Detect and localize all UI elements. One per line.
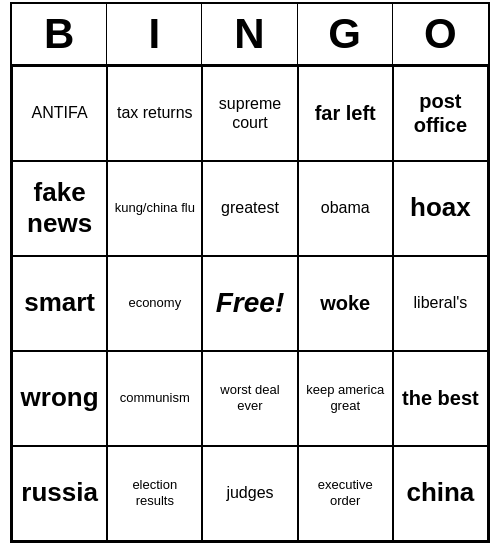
bingo-cell: hoax — [393, 161, 488, 256]
bingo-cell: russia — [12, 446, 107, 541]
cell-text: judges — [226, 483, 273, 502]
cell-text: fake news — [17, 177, 102, 239]
bingo-cell: economy — [107, 256, 202, 351]
bingo-cell: obama — [298, 161, 393, 256]
bingo-cell: executive order — [298, 446, 393, 541]
cell-text: communism — [120, 390, 190, 406]
bingo-cell: Free! — [202, 256, 297, 351]
cell-text: worst deal ever — [207, 382, 292, 413]
bingo-cell: far left — [298, 66, 393, 161]
bingo-header: BINGO — [12, 4, 488, 66]
bingo-cell: kung/china flu — [107, 161, 202, 256]
cell-text: keep america great — [303, 382, 388, 413]
cell-text: Free! — [216, 286, 284, 320]
bingo-cell: greatest — [202, 161, 297, 256]
bingo-cell: keep america great — [298, 351, 393, 446]
header-letter: O — [393, 4, 488, 64]
bingo-cell: wrong — [12, 351, 107, 446]
bingo-card: BINGO ANTIFAtax returnssupreme courtfar … — [10, 2, 490, 543]
bingo-cell: fake news — [12, 161, 107, 256]
cell-text: election results — [112, 477, 197, 508]
cell-text: economy — [128, 295, 181, 311]
bingo-cell: election results — [107, 446, 202, 541]
cell-text: russia — [21, 477, 98, 508]
bingo-cell: supreme court — [202, 66, 297, 161]
cell-text: post office — [398, 89, 483, 137]
cell-text: tax returns — [117, 103, 193, 122]
cell-text: smart — [24, 287, 95, 318]
cell-text: far left — [315, 101, 376, 125]
cell-text: hoax — [410, 192, 471, 223]
bingo-cell: post office — [393, 66, 488, 161]
cell-text: liberal's — [414, 293, 468, 312]
bingo-cell: liberal's — [393, 256, 488, 351]
bingo-grid: ANTIFAtax returnssupreme courtfar leftpo… — [12, 66, 488, 541]
bingo-cell: china — [393, 446, 488, 541]
bingo-cell: judges — [202, 446, 297, 541]
cell-text: kung/china flu — [115, 200, 195, 216]
bingo-cell: woke — [298, 256, 393, 351]
header-letter: B — [12, 4, 107, 64]
header-letter: I — [107, 4, 202, 64]
bingo-cell: communism — [107, 351, 202, 446]
bingo-cell: ANTIFA — [12, 66, 107, 161]
cell-text: greatest — [221, 198, 279, 217]
cell-text: obama — [321, 198, 370, 217]
bingo-cell: worst deal ever — [202, 351, 297, 446]
cell-text: supreme court — [207, 94, 292, 132]
cell-text: executive order — [303, 477, 388, 508]
cell-text: woke — [320, 291, 370, 315]
header-letter: G — [298, 4, 393, 64]
cell-text: the best — [402, 386, 479, 410]
cell-text: wrong — [21, 382, 99, 413]
cell-text: ANTIFA — [32, 103, 88, 122]
bingo-cell: the best — [393, 351, 488, 446]
cell-text: china — [406, 477, 474, 508]
header-letter: N — [202, 4, 297, 64]
bingo-cell: smart — [12, 256, 107, 351]
bingo-cell: tax returns — [107, 66, 202, 161]
